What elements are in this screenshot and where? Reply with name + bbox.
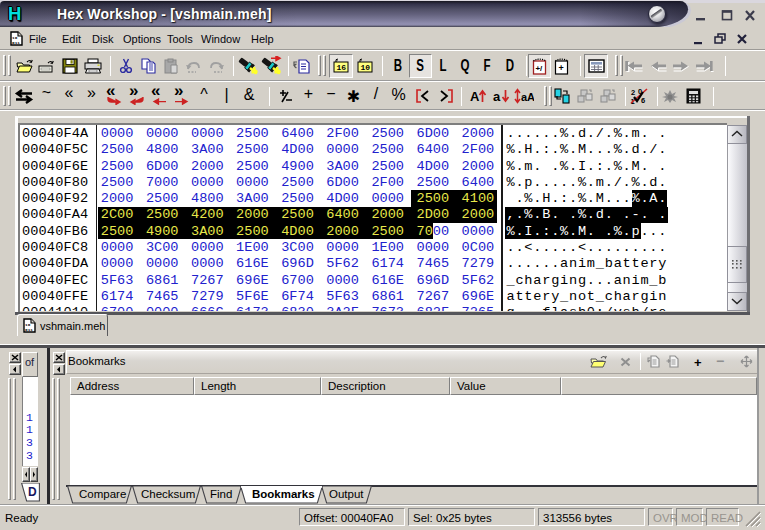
svg-text:a: a <box>493 89 501 104</box>
svg-text:011: 011 <box>25 327 33 332</box>
svg-text:6: 6 <box>641 96 645 105</box>
svg-text:011: 011 <box>12 40 20 45</box>
svg-text:+: + <box>559 63 564 73</box>
svg-text:16: 16 <box>336 63 346 72</box>
svg-text:»: » <box>174 85 183 100</box>
svg-text:A: A <box>470 89 480 104</box>
svg-text:10: 10 <box>360 63 370 72</box>
svg-text:«: « <box>151 85 160 100</box>
svg-text:aA: aA <box>521 91 534 103</box>
svg-text:+/: +/ <box>535 63 543 72</box>
svg-text:»: » <box>129 85 138 100</box>
